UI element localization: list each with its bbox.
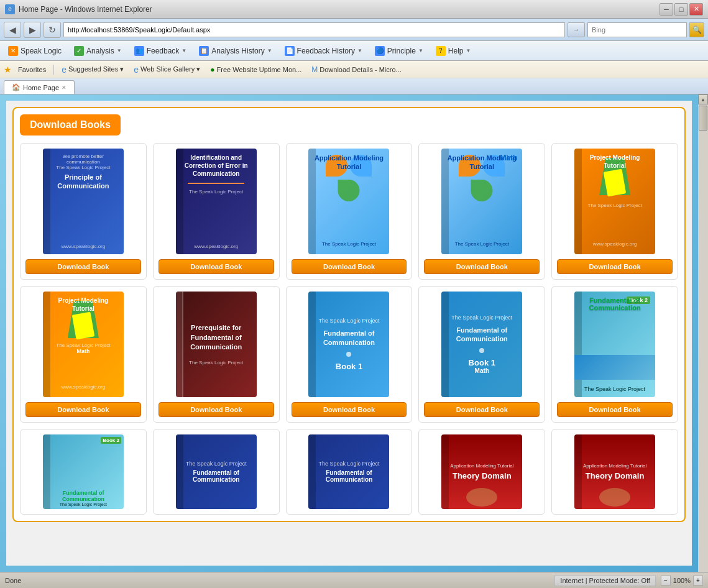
toolbar-btn-speak-logic[interactable]: ✕ Speak Logic (2, 43, 67, 59)
feedback-dropdown-arrow: ▼ (182, 48, 186, 53)
book-cover-3: Application Modeling Tutorial The Speak … (308, 149, 389, 254)
close-button[interactable]: ✕ (689, 3, 703, 16)
book-cover-11: Book 2 Fundamental of Communication The … (43, 434, 124, 509)
content-area: Download Books We promote better communi… (0, 94, 698, 572)
book-item-12: The Speak Logic Project Fundamental of C… (153, 429, 280, 515)
tab-close-icon[interactable]: ✕ (62, 85, 67, 91)
toolbar-label-analysis-history: Analysis History (211, 47, 264, 55)
section-header: Download Books (20, 114, 121, 136)
toolbar-label-feedback: Feedback (147, 47, 180, 55)
book-item-15: Application Modeling Tutorial Theory Dom… (551, 429, 678, 515)
window-title: Home Page - Windows Internet Explorer (19, 5, 152, 14)
principle-icon: 🔵 (375, 46, 385, 56)
tab-home[interactable]: 🏠 Home Page ✕ (4, 80, 75, 94)
book-item-14: Application Modeling Tutorial Theory Dom… (418, 429, 545, 515)
feedback-icon: 👥 (134, 46, 144, 56)
minimize-button[interactable]: ─ (660, 3, 673, 16)
book-cover-12: The Speak Logic Project Fundamental of C… (176, 434, 257, 509)
download-btn-4[interactable]: Download Book (424, 259, 540, 274)
book-item-11: Book 2 Fundamental of Communication The … (20, 429, 147, 515)
book-item-1: We promote better communication The Spea… (20, 143, 147, 280)
toolbar-btn-analysis[interactable]: ✓ Analysis ▼ (68, 43, 127, 59)
download-btn-2[interactable]: Download Book (159, 259, 274, 274)
toolbar-btn-analysis-history[interactable]: 📋 Analysis History ▼ (193, 43, 277, 59)
book-text-5: Project Modeling Tutorial The Speak Logi… (574, 149, 655, 254)
book-text-11: Fundamental of Communication The Speak L… (43, 434, 124, 509)
book-item-4: Math Application Modeling Tutorial The S… (418, 143, 545, 280)
book-text-4: Math Application Modeling Tutorial The S… (441, 149, 522, 254)
search-icon[interactable]: 🔍 (689, 22, 704, 37)
toolbar-btn-feedback-history[interactable]: 📄 Feedback History ▼ (279, 43, 368, 59)
status-text: Done (5, 577, 21, 584)
analysis-history-icon: 📋 (199, 46, 209, 56)
help-icon: ? (436, 46, 446, 56)
fav-item-favorites[interactable]: Favorites (14, 65, 50, 75)
tab-home-icon: 🏠 (12, 83, 21, 91)
download-btn-9[interactable]: Download Book (424, 402, 540, 417)
fav-separator-1 (53, 65, 54, 75)
scrollbar-thumb[interactable] (699, 106, 707, 131)
window-controls: ─ □ ✕ (660, 3, 703, 16)
book-cover-2: Identification and Correction of Error i… (176, 149, 257, 254)
zoom-increase-button[interactable]: + (693, 576, 703, 586)
fav-item-webslice[interactable]: e Web Slice Gallery ▾ (130, 63, 204, 76)
book-cover-8: The Speak Logic Project Fundamental of C… (308, 292, 389, 397)
go-button[interactable]: → (568, 22, 585, 37)
book-cover-6: Project Modeling Tutorial The Speak Logi… (43, 292, 124, 397)
help-dropdown-arrow: ▼ (466, 48, 471, 53)
ie-icon: e (5, 4, 15, 14)
books-grid: We promote better communication The Spea… (20, 143, 678, 515)
favorites-bar: ★ Favorites e Suggested Sites ▾ e Web Sl… (0, 61, 708, 78)
analysis-icon: ✓ (74, 46, 84, 56)
maximize-button[interactable]: □ (674, 3, 688, 16)
book-item-7: Prerequisite for Fundamental of Communic… (153, 286, 280, 423)
book-cover-13: The Speak Logic Project Fundamental of C… (308, 434, 389, 509)
feedback-history-dropdown-arrow: ▼ (357, 48, 362, 53)
toolbar-btn-help[interactable]: ? Help ▼ (430, 43, 477, 59)
book-cover-7: Prerequisite for Fundamental of Communic… (176, 292, 257, 397)
toolbar-label-feedback-history: Feedback History (297, 47, 355, 55)
feedback-history-icon: 📄 (285, 46, 295, 56)
title-bar-left: e Home Page - Windows Internet Explorer (5, 4, 152, 14)
address-input[interactable] (63, 22, 565, 37)
book-text-3: Application Modeling Tutorial The Speak … (308, 149, 389, 254)
fav-item-download[interactable]: M Download Details - Micro... (308, 64, 405, 75)
download-btn-5[interactable]: Download Book (557, 259, 673, 274)
book-text-7: Prerequisite for Fundamental of Communic… (176, 292, 257, 397)
refresh-button[interactable]: ↻ (44, 22, 61, 38)
book-text-9: The Speak Logic Project Fundamental of C… (441, 292, 522, 397)
download-btn-10[interactable]: Download Book (557, 402, 673, 417)
book-cover-10: Book 2 Fundamental of Communication The … (574, 292, 655, 397)
fav-item-uptime[interactable]: ● Free Website Uptime Mon... (206, 64, 305, 75)
tab-home-label: Home Page (23, 84, 59, 91)
download-btn-6[interactable]: Download Book (25, 402, 141, 417)
scroll-up-button[interactable]: ▲ (698, 94, 708, 104)
download-btn-3[interactable]: Download Book (292, 259, 407, 274)
book-text-15: Application Modeling Tutorial Theory Dom… (574, 434, 655, 509)
toolbar: ✕ Speak Logic ✓ Analysis ▼ 👥 Feedback ▼ … (0, 41, 708, 61)
book-cover-9: The Speak Logic Project Fundamental of C… (441, 292, 522, 397)
toolbar-btn-feedback[interactable]: 👥 Feedback ▼ (129, 43, 193, 59)
favorites-star-icon: ★ (4, 65, 12, 75)
book-text-8: The Speak Logic Project Fundamental of C… (308, 292, 389, 397)
zoom-decrease-button[interactable]: − (661, 576, 671, 586)
download-btn-8[interactable]: Download Book (292, 402, 407, 417)
back-button[interactable]: ◀ (4, 22, 21, 38)
principle-dropdown-arrow: ▼ (418, 48, 423, 53)
fav-item-suggested[interactable]: e Suggested Sites ▾ (58, 63, 127, 76)
download-btn-7[interactable]: Download Book (159, 402, 274, 417)
toolbar-btn-principle[interactable]: 🔵 Principle ▼ (369, 43, 429, 59)
address-bar: ◀ ▶ ↻ → 🔍 (0, 19, 708, 41)
book-text-2: Identification and Correction of Error i… (176, 149, 257, 254)
title-bar: e Home Page - Windows Internet Explorer … (0, 0, 708, 19)
book-item-6: Project Modeling Tutorial The Speak Logi… (20, 286, 147, 423)
book-cover-15: Application Modeling Tutorial Theory Dom… (574, 434, 655, 509)
download-btn-1[interactable]: Download Book (25, 259, 141, 274)
forward-button[interactable]: ▶ (24, 22, 41, 38)
analysis-dropdown-arrow: ▼ (117, 48, 122, 53)
book-text-13: The Speak Logic Project Fundamental of C… (308, 434, 389, 509)
search-input[interactable] (587, 22, 687, 37)
book-text-6: Project Modeling Tutorial The Speak Logi… (43, 292, 124, 397)
book-item-10: Book 2 Fundamental of Communication The … (551, 286, 678, 423)
toolbar-label-speak-logic: Speak Logic (21, 47, 62, 55)
